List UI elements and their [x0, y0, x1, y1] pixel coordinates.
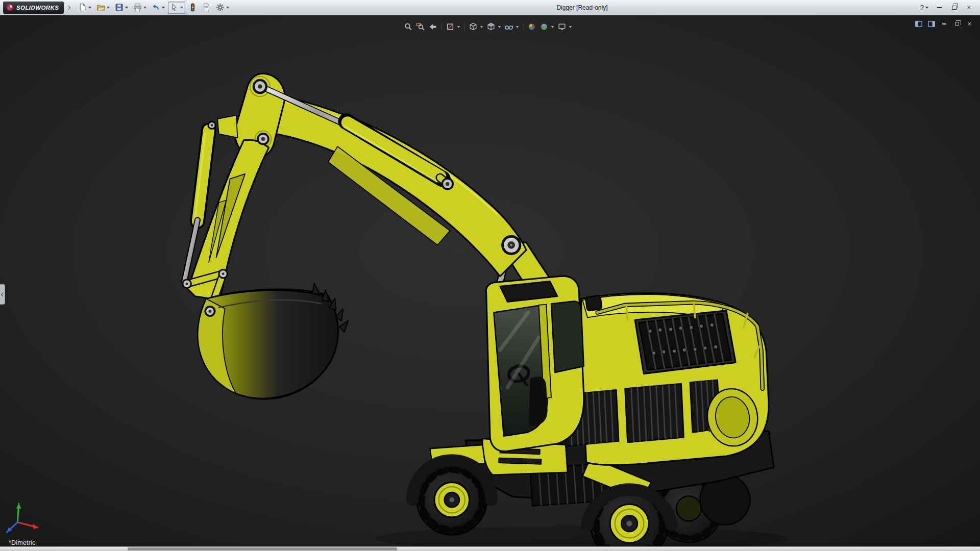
chevron-down-icon [498, 26, 501, 28]
scene-sphere-icon [540, 22, 549, 31]
solidworks-logo-icon [6, 4, 14, 11]
chevron-down-icon [925, 7, 928, 9]
scrollbar-thumb[interactable] [128, 547, 397, 550]
new-document-icon [78, 3, 87, 12]
minimize-icon [942, 23, 946, 24]
undo-icon [152, 3, 160, 12]
3d-scene[interactable] [0, 15, 980, 551]
graphics-viewport[interactable]: × *Dimetric [0, 15, 980, 551]
file-properties-button[interactable] [200, 2, 213, 14]
toolbar-separator [464, 23, 465, 31]
display-style-icon [487, 22, 496, 31]
close-icon: × [967, 4, 971, 11]
toolbar-separator [442, 23, 442, 31]
rebuild-traffic-light-icon [188, 3, 197, 12]
zoom-to-fit-icon [404, 22, 413, 31]
chevron-down-icon [569, 26, 572, 28]
heads-up-view-toolbar [403, 21, 573, 32]
restore-icon [952, 6, 957, 10]
view-orientation-cube-icon [469, 22, 478, 31]
front-right-wheel[interactable] [587, 485, 671, 551]
solidworks-logo: SOLIDWORKS [3, 2, 64, 14]
chevron-down-icon [125, 7, 128, 9]
help-icon: ? [920, 4, 924, 11]
gear-icon [216, 3, 225, 12]
collapsed-panel-tab[interactable] [0, 284, 5, 305]
open-button[interactable] [94, 2, 112, 14]
help-button[interactable]: ? [919, 3, 929, 13]
edit-appearance-button[interactable] [527, 21, 537, 32]
zoom-to-fit-button[interactable] [403, 21, 414, 32]
zoom-to-area-icon [416, 22, 425, 31]
chevron-right-icon [66, 5, 70, 9]
chevron-down-icon [551, 26, 554, 28]
horizontal-scrollbar[interactable] [0, 546, 980, 551]
minimize-button[interactable] [934, 3, 944, 13]
solidworks-window: SOLIDWORKS [0, 0, 980, 551]
chevron-down-icon [516, 26, 519, 28]
view-orientation-label: *Dimetric [9, 539, 36, 546]
chevron-left-icon [1, 293, 5, 296]
save-icon [115, 3, 124, 12]
document-minimize-button[interactable] [940, 20, 948, 28]
close-icon: × [968, 20, 971, 28]
standard-toolbar [76, 2, 231, 14]
restore-icon [955, 22, 959, 26]
select-button[interactable] [168, 2, 185, 14]
logo-text: SOLIDWORKS [16, 5, 59, 11]
restore-button[interactable] [949, 3, 959, 13]
toolbar-expander-button[interactable] [65, 2, 72, 14]
chevron-down-icon [88, 7, 91, 9]
exhaust [585, 295, 602, 311]
apply-scene-button[interactable] [539, 21, 555, 32]
title-bar: SOLIDWORKS [0, 0, 980, 15]
chevron-down-icon [107, 7, 110, 9]
undo-button[interactable] [150, 2, 167, 14]
options-button[interactable] [214, 2, 231, 14]
side-window [551, 301, 584, 372]
appearance-ball-icon [528, 22, 536, 31]
document-restore-button[interactable] [952, 20, 961, 28]
minimize-icon [937, 7, 942, 8]
toolbar-separator [523, 23, 524, 31]
chevron-down-icon [180, 7, 183, 9]
select-cursor-icon [170, 3, 179, 12]
cab[interactable] [486, 276, 584, 451]
document-close-button[interactable]: × [965, 20, 974, 28]
section-view-icon [446, 22, 455, 31]
new-document-button[interactable] [76, 2, 93, 14]
file-properties-icon [202, 3, 211, 12]
chevron-down-icon [457, 26, 460, 28]
glasses-icon [505, 22, 513, 31]
chevron-down-icon [143, 7, 146, 9]
view-settings-button[interactable] [557, 21, 573, 32]
window-controls: ? × [919, 3, 977, 13]
pane-left-icon [915, 21, 922, 27]
previous-view-icon [429, 22, 437, 31]
chevron-down-icon [226, 7, 229, 9]
chevron-down-icon [162, 7, 165, 9]
view-orientation-button[interactable] [468, 21, 484, 32]
document-window-controls: × [914, 20, 974, 28]
hide-show-items-button[interactable] [504, 21, 520, 32]
open-folder-icon [96, 3, 105, 12]
window-title: Digger [Read-only] [556, 4, 607, 11]
print-button[interactable] [131, 2, 149, 14]
pane-right-button[interactable] [927, 20, 936, 28]
view-settings-icon [558, 22, 567, 31]
chevron-down-icon [480, 26, 483, 28]
zoom-to-area-button[interactable] [415, 21, 426, 32]
pane-left-button[interactable] [914, 20, 923, 28]
close-button[interactable]: × [964, 3, 974, 13]
pane-right-icon [928, 21, 935, 27]
rebuild-button[interactable] [186, 2, 199, 14]
save-button[interactable] [113, 2, 130, 14]
section-view-button[interactable] [445, 21, 461, 32]
print-icon [133, 3, 142, 12]
previous-view-button[interactable] [428, 21, 438, 32]
display-style-button[interactable] [486, 21, 502, 32]
